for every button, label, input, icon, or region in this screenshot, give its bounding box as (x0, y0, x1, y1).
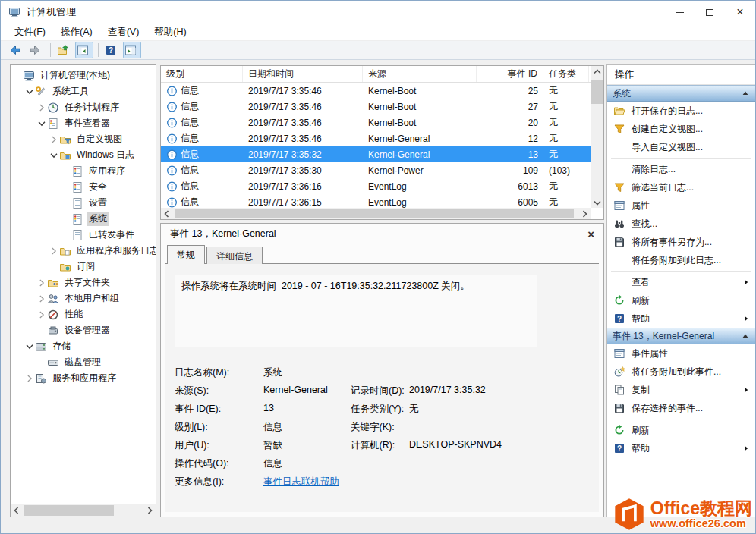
action-clear-log[interactable]: 清除日志... (607, 160, 755, 178)
scroll-left-icon[interactable] (161, 208, 173, 219)
expander-down-icon[interactable] (49, 150, 59, 161)
tree-item-forwarded-events-log[interactable]: 已转发事件 (11, 227, 156, 243)
event-list-horizontal-scrollbar[interactable] (161, 208, 591, 219)
tab-general[interactable]: 常规 (167, 245, 205, 264)
scroll-down-icon[interactable] (591, 196, 603, 208)
tree-horizontal-scrollbar[interactable] (11, 504, 156, 517)
detail-close-icon[interactable]: × (587, 228, 594, 240)
expander-down-icon[interactable] (36, 118, 47, 129)
toolbar-export-list-button[interactable] (55, 42, 74, 58)
event-row-1[interactable]: 信息2019/7/17 3:35:46Kernel-Boot27无 (161, 99, 591, 115)
expander-right-icon[interactable] (24, 373, 35, 384)
expander-right-icon[interactable] (36, 294, 47, 304)
action-save-all-events[interactable]: 将所有事件另存为... (607, 233, 755, 251)
column-header-level[interactable]: 级别 (161, 66, 243, 82)
event-list-vertical-scrollbar[interactable] (591, 66, 603, 208)
action-help-event[interactable]: ?帮助 (607, 439, 755, 457)
column-header-event-id[interactable]: 事件 ID (477, 66, 543, 82)
event-row-5[interactable]: 信息2019/7/17 3:35:30Kernel-Power109(103) (161, 162, 591, 178)
minimize-button[interactable] (664, 1, 695, 24)
expander-down-icon[interactable] (24, 86, 35, 97)
action-refresh[interactable]: 刷新 (607, 291, 755, 309)
tree-item-subscriptions[interactable]: 订阅 (11, 259, 156, 275)
scroll-thumb[interactable] (591, 80, 603, 104)
menu-item-3[interactable]: 帮助(H) (146, 24, 194, 41)
scroll-right-icon[interactable] (143, 505, 156, 517)
tree-item-local-users-groups[interactable]: 本地用户和组 (11, 291, 156, 306)
tree-item-shared-folders[interactable]: 共享文件夹 (11, 275, 156, 291)
scroll-thumb[interactable] (175, 209, 574, 218)
tree-item-performance[interactable]: 性能 (11, 306, 156, 322)
event-row-7[interactable]: 信息2019/7/17 3:36:15EventLog6005无 (161, 194, 591, 208)
close-button[interactable]: × (725, 1, 755, 24)
tree-item-device-manager[interactable]: 设备管理器 (11, 322, 156, 338)
menu-item-0[interactable]: 文件(F) (7, 24, 53, 41)
action-filter-current-log[interactable]: 筛选当前日志... (607, 178, 755, 196)
column-label: 级别 (166, 68, 184, 80)
scroll-up-icon[interactable] (591, 66, 603, 77)
toolbar-show-console-tree-button[interactable] (75, 42, 93, 58)
scroll-track[interactable] (591, 77, 603, 196)
action-help[interactable]: ?帮助 (607, 309, 755, 328)
action-import-custom-view[interactable]: 导入自定义视图... (607, 138, 755, 156)
action-find[interactable]: 查找... (607, 215, 755, 233)
scroll-right-icon[interactable] (578, 208, 591, 219)
more-info-link[interactable]: 事件日志联机帮助 (263, 476, 339, 488)
action-view[interactable]: 查看 (607, 273, 755, 291)
tree-item-event-viewer[interactable]: 事件查看器 (11, 115, 156, 131)
action-properties[interactable]: 属性 (607, 196, 755, 215)
action-create-custom-view[interactable]: 创建自定义视图... (607, 120, 755, 138)
action-section-event-13-header[interactable]: 事件 13，Kernel-General (607, 328, 755, 344)
action-section-system-header[interactable]: 系统 (607, 85, 755, 102)
menu-item-2[interactable]: 查看(V) (100, 24, 147, 41)
tree-item-computer-management-local[interactable]: 计算机管理(本地) (11, 68, 156, 83)
action-attach-task-to-event[interactable]: 将任务附加到此事件... (607, 363, 755, 381)
column-header-task-category[interactable]: 任务类 (543, 66, 589, 82)
tree-item-custom-views[interactable]: 自定义视图 (11, 131, 156, 147)
action-copy[interactable]: 复制 (607, 381, 755, 399)
action-open-saved-log[interactable]: 打开保存的日志... (607, 102, 755, 120)
expander-down-icon[interactable] (24, 341, 35, 352)
menu-item-1[interactable]: 操作(A) (53, 24, 100, 41)
tree-item-application-log[interactable]: 应用程序 (11, 163, 156, 179)
column-header-datetime[interactable]: 日期和时间 (243, 66, 363, 82)
toolbar-show-action-pane-button[interactable] (123, 42, 141, 58)
event-row-4[interactable]: 信息2019/7/17 3:35:32Kernel-General13无 (161, 146, 591, 162)
tree-item-system-log[interactable]: 系统 (11, 211, 156, 227)
event-row-0[interactable]: 信息2019/7/17 3:35:46Kernel-Boot25无 (161, 83, 591, 99)
expander-right-icon[interactable] (36, 102, 47, 113)
scroll-track[interactable] (23, 504, 143, 517)
toolbar-back-button[interactable] (8, 42, 26, 58)
action-save-selected-events[interactable]: 保存选择的事件... (607, 399, 755, 417)
tree-item-services-and-applications[interactable]: 服务和应用程序 (11, 370, 156, 386)
action-event-properties[interactable]: 事件属性 (607, 344, 755, 363)
tree-item-disk-management[interactable]: 磁盘管理 (11, 354, 156, 370)
expander-right-icon[interactable] (49, 134, 59, 145)
tree-item-system-tools[interactable]: 系统工具 (11, 83, 156, 99)
maximize-button[interactable] (695, 1, 725, 24)
tree-item-applications-services-logs[interactable]: 应用程序和服务日志 (11, 243, 156, 259)
collapse-caret-icon[interactable] (741, 331, 750, 341)
action-attach-task-to-log[interactable]: 将任务附加到此日志... (607, 251, 755, 269)
tab-details[interactable]: 详细信息 (206, 247, 263, 264)
toolbar-help-button[interactable]: ? (103, 42, 121, 58)
tree-item-setup-log[interactable]: 设置 (11, 195, 156, 211)
event-row-6[interactable]: 信息2019/7/17 3:36:16EventLog6013无 (161, 178, 591, 194)
tree-item-windows-logs[interactable]: Windows 日志 (11, 147, 156, 163)
scroll-left-icon[interactable] (11, 505, 23, 517)
expander-right-icon[interactable] (36, 309, 47, 320)
event-row-3[interactable]: 信息2019/7/17 3:35:46Kernel-General12无 (161, 130, 591, 146)
scroll-track[interactable] (173, 208, 578, 219)
collapse-caret-icon[interactable] (741, 89, 750, 98)
tree-item-storage[interactable]: 存储 (11, 338, 156, 354)
event-row-2[interactable]: 信息2019/7/17 3:35:46Kernel-Boot20无 (161, 115, 591, 130)
action-refresh-event[interactable]: 刷新 (607, 421, 755, 439)
toolbar-forward-button[interactable] (27, 42, 46, 58)
scroll-thumb[interactable] (24, 505, 114, 516)
expander-right-icon[interactable] (49, 246, 59, 256)
column-header-source[interactable]: 来源 (363, 66, 477, 82)
expander-right-icon[interactable] (36, 278, 47, 288)
tree-item-task-scheduler[interactable]: 任务计划程序 (11, 99, 156, 115)
tree-item-security-log[interactable]: 安全 (11, 179, 156, 195)
event-message-box[interactable]: 操作系统将在系统时间 2019 - 07 - 16T19:35:32.21172… (175, 275, 537, 347)
